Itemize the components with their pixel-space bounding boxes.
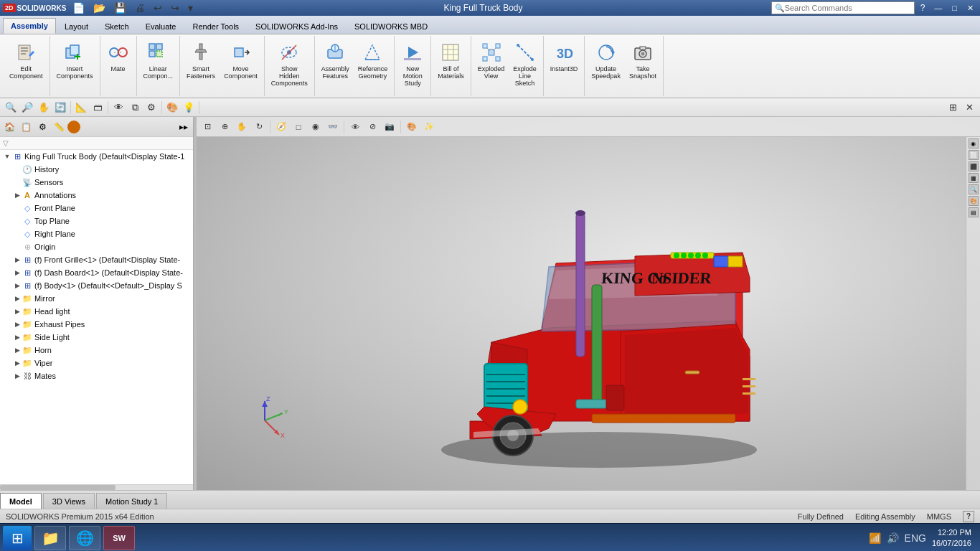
taskbar-solidworks[interactable]: SW [103, 526, 135, 550]
rp-btn-6[interactable]: 🎨 [969, 196, 979, 206]
tree-item-front-grille[interactable]: ▶ ⊞ (f) Front Grille<1> (Default<Display… [0, 253, 193, 266]
zoom-to-fit-btn[interactable]: 🔍 [3, 100, 19, 116]
hide-items-btn[interactable]: 👁 [347, 119, 363, 135]
tree-item-origin[interactable]: ⊕ Origin [0, 240, 193, 253]
tree-root[interactable]: ▼ ⊞ King Full Truck Body (Default<Displa… [0, 150, 193, 163]
smart-fasteners-btn[interactable]: SmartFasteners [183, 39, 219, 82]
view-mode-btn[interactable]: ◉ [308, 119, 324, 135]
tab-sketch[interactable]: Sketch [97, 18, 137, 34]
bill-of-materials-btn[interactable]: Bill ofMaterials [434, 39, 468, 82]
rp-btn-3[interactable]: ⬛ [969, 161, 979, 171]
help-btn[interactable]: ? [918, 3, 928, 13]
rp-btn-7[interactable]: ▤ [969, 207, 979, 217]
assembly-features-btn[interactable]: AssemblyFeatures [318, 39, 353, 82]
tree-item-mates[interactable]: ▶ ⛓ Mates [0, 369, 193, 382]
rp-btn-4[interactable]: ▦ [969, 173, 979, 183]
instant3d-btn[interactable]: 3D Instant3D [547, 39, 582, 75]
taskbar-lang[interactable]: ENG [905, 532, 926, 544]
undo-btn[interactable]: ↩ [151, 1, 164, 14]
rp-btn-5[interactable]: 🔍 [969, 184, 979, 194]
display-style-btn[interactable]: 🗃 [90, 100, 105, 116]
tree-item-dashboard[interactable]: ▶ ⊞ (f) Dash Board<1> (Default<Display S… [0, 266, 193, 279]
tab-assembly[interactable]: Assembly [3, 18, 56, 34]
zoom-in-btn[interactable]: 🔎 [19, 100, 35, 116]
taskbar-chrome[interactable]: 🌐 [69, 526, 100, 550]
viewport[interactable]: ⊡ ⊕ ✋ ↻ 🧭 □ ◉ 👓 👁 ⊘ 📷 🎨 ✨ [197, 117, 980, 490]
mate-btn[interactable]: Mate [103, 39, 133, 75]
rp-btn-1[interactable]: ◉ [969, 138, 979, 149]
tree-item-exhaust-pipes[interactable]: ▶ 📁 Exhaust Pipes [0, 318, 193, 331]
tab-render[interactable]: Render Tools [184, 18, 247, 34]
close-btn[interactable]: ✕ [963, 4, 977, 13]
tree-item-side-light[interactable]: ▶ 📁 Side Light [0, 331, 193, 344]
tab-sw-mbd[interactable]: SOLIDWORKS MBD [347, 18, 435, 34]
zoom-fit-btn[interactable]: ⊡ [199, 119, 215, 135]
edit-component-btn[interactable]: EditComponent [6, 39, 47, 82]
tree-item-top-plane[interactable]: ◇ Top Plane [0, 215, 193, 227]
options-btn[interactable]: ▾ [186, 1, 195, 14]
view-settings-btn[interactable]: ⚙ [143, 100, 159, 116]
linear-component-btn[interactable]: LinearCompon... [140, 39, 177, 82]
feature-manager-btn[interactable]: 🏠 [1, 119, 17, 135]
tree-h-scrollbar[interactable] [0, 484, 193, 490]
rotate-view-btn[interactable]: ↻ [251, 119, 267, 135]
new-motion-study-btn[interactable]: NewMotionStudy [397, 39, 428, 89]
save-btn[interactable]: 💾 [112, 1, 128, 14]
render-tools-btn[interactable]: ✨ [421, 119, 437, 135]
tree-item-sensors[interactable]: 📡 Sensors [0, 176, 193, 189]
minimize-btn[interactable]: — [930, 4, 946, 12]
rp-btn-2[interactable]: ⬜ [969, 150, 979, 160]
pan-btn[interactable]: ✋ [36, 100, 52, 116]
expand-all-btn[interactable]: ▸▸ [176, 119, 192, 135]
open-btn[interactable]: 📂 [91, 1, 108, 14]
search-input[interactable] [785, 4, 900, 12]
tree-item-annotations[interactable]: ▶ A Annotations [0, 189, 193, 202]
tree-item-mirror[interactable]: ▶ 📁 Mirror [0, 292, 193, 305]
property-manager-btn[interactable]: 📋 [18, 119, 34, 135]
tab-evaluate[interactable]: Evaluate [138, 18, 184, 34]
update-speedpak-btn[interactable]: UpdateSpeedpak [588, 39, 624, 82]
start-button[interactable]: ⊞ [3, 526, 32, 550]
exploded-view-btn[interactable]: ExplodedView [474, 39, 509, 82]
taskbar-explorer[interactable]: 📁 [34, 526, 66, 550]
rotate-btn[interactable]: 🔄 [52, 100, 68, 116]
vp-close-btn[interactable]: ✕ [961, 100, 977, 116]
view-orient-btn[interactable]: 🧭 [273, 119, 289, 135]
reference-geometry-btn[interactable]: ReferenceGeometry [354, 39, 392, 82]
appearance-manager-btn[interactable] [67, 121, 80, 133]
new-btn[interactable]: 📄 [70, 1, 87, 14]
lights-btn[interactable]: 💡 [181, 100, 197, 116]
tree-item-head-light[interactable]: ▶ 📁 Head light [0, 305, 193, 318]
show-hidden-btn[interactable]: ShowHiddenComponents [268, 39, 311, 89]
tree-item-front-plane[interactable]: ◇ Front Plane [0, 202, 193, 215]
glasses-btn[interactable]: 👓 [325, 119, 341, 135]
display-type-btn[interactable]: □ [291, 119, 306, 135]
maximize-btn[interactable]: □ [948, 4, 961, 12]
zoom-select-btn[interactable]: ⊕ [217, 119, 232, 135]
redo-btn[interactable]: ↪ [169, 1, 182, 14]
print-btn[interactable]: 🖨 [133, 1, 147, 14]
view-orientation-btn[interactable]: 📐 [73, 100, 89, 116]
tab-sw-addins[interactable]: SOLIDWORKS Add-Ins [248, 18, 346, 34]
section-view-btn[interactable]: ⧉ [127, 100, 143, 116]
tab-model[interactable]: Model [0, 493, 42, 509]
explode-line-sketch-btn[interactable]: ExplodeLineSketch [509, 39, 540, 89]
tree-item-right-plane[interactable]: ◇ Right Plane [0, 227, 193, 240]
dim-expert-btn[interactable]: 📏 [51, 119, 67, 135]
tree-item-history[interactable]: 🕐 History [0, 163, 193, 176]
insert-components-btn[interactable]: InsertComponents [53, 39, 97, 82]
camera-btn[interactable]: 📷 [382, 119, 397, 135]
status-help[interactable]: ? [963, 511, 974, 522]
config-manager-btn[interactable]: ⚙ [34, 119, 50, 135]
tab-layout[interactable]: Layout [57, 18, 96, 34]
pan-view-btn[interactable]: ✋ [234, 119, 250, 135]
tree-item-body[interactable]: ▶ ⊞ (f) Body<1> (Default<<Default>_Displ… [0, 279, 193, 292]
tree-item-horn[interactable]: ▶ 📁 Horn [0, 344, 193, 357]
vp-restore-btn[interactable]: ⊞ [945, 100, 961, 116]
appearance-btn[interactable]: 🎨 [164, 100, 180, 116]
tab-3d-views[interactable]: 3D Views [43, 493, 95, 509]
hide-show-btn[interactable]: 👁 [110, 100, 126, 116]
search-bar[interactable]: 🔍 [771, 1, 915, 14]
section-view-btn2[interactable]: ⊘ [364, 119, 380, 135]
tab-motion-study-1[interactable]: Motion Study 1 [96, 493, 167, 509]
